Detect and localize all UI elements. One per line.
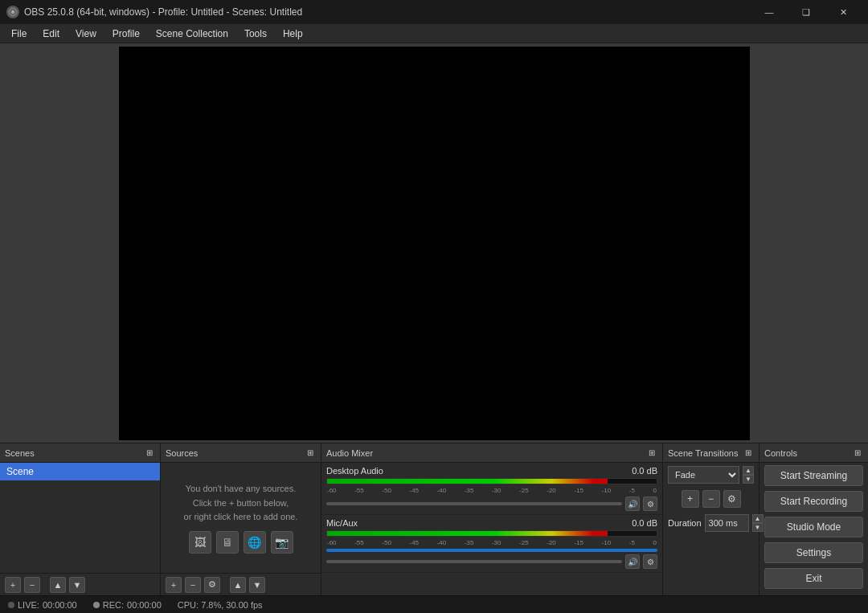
audio-mixer-icon[interactable]: ⊞ — [646, 447, 657, 459]
preview-area — [0, 43, 868, 443]
mic-aux-slider[interactable] — [326, 560, 622, 563]
desktop-audio-meter — [326, 478, 657, 484]
transition-spin-up[interactable]: ▲ — [743, 466, 754, 475]
controls-panel-header: Controls ⊞ — [760, 443, 868, 463]
transitions-add-button[interactable]: + — [682, 490, 699, 508]
mic-aux-meter — [326, 530, 657, 537]
sources-add-button[interactable]: + — [166, 577, 182, 593]
menu-view[interactable]: View — [68, 24, 104, 43]
transition-spin: ▲ ▼ — [743, 466, 754, 484]
duration-label: Duration — [668, 518, 702, 528]
scene-transitions-panel: Scene Transitions ⊞ Fade Cut ▲ ▼ + − ⚙ D… — [663, 443, 760, 595]
source-type-icons: 🖼 🖥 🌐 📷 — [189, 531, 293, 554]
desktop-audio-scale: -60-55-50-45-40-35-30-25-20-15-10-50 — [326, 487, 657, 494]
window-title: OBS 25.0.8 (64-bit, windows) - Profile: … — [24, 6, 751, 18]
controls-panel-icon[interactable]: ⊞ — [852, 447, 863, 459]
scenes-toolbar: + − ▲ ▼ — [0, 573, 160, 595]
mic-aux-settings[interactable]: ⚙ — [643, 554, 657, 569]
menu-tools[interactable]: Tools — [236, 24, 275, 43]
transitions-panel-header: Scene Transitions ⊞ — [663, 443, 759, 463]
menubar: File Edit View Profile Scene Collection … — [0, 24, 868, 43]
sources-panel-icon[interactable]: ⊞ — [305, 447, 316, 459]
transition-select[interactable]: Fade Cut — [668, 466, 739, 484]
menu-file[interactable]: File — [3, 24, 35, 43]
mic-aux-bar — [327, 531, 608, 536]
desktop-audio-bar — [327, 479, 608, 484]
scenes-down-button[interactable]: ▼ — [69, 577, 85, 593]
statusbar: LIVE: 00:00:00 REC: 00:00:00 CPU: 7.8%, … — [0, 595, 868, 613]
scenes-list-spacer — [0, 480, 160, 573]
mic-aux-mute[interactable]: 🔊 — [625, 554, 640, 569]
source-icon-display: 🖥 — [216, 531, 239, 554]
start-recording-button[interactable]: Start Recording — [764, 491, 863, 512]
transitions-add-row: + − ⚙ — [663, 487, 759, 511]
mic-aux-scale: -60-55-50-45-40-35-30-25-20-15-10-50 — [326, 539, 657, 546]
transitions-settings-button[interactable]: ⚙ — [723, 490, 741, 508]
start-streaming-button[interactable]: Start Streaming — [764, 465, 863, 486]
maximize-button[interactable]: ❑ — [788, 0, 825, 24]
menu-profile[interactable]: Profile — [104, 24, 148, 43]
app-icon — [6, 6, 19, 18]
window-controls: — ❑ ✕ — [751, 0, 862, 24]
live-status: LIVE: 00:00:00 — [8, 600, 77, 610]
mic-aux-name: Mic/Aux — [326, 518, 358, 528]
sources-panel: Sources ⊞ You don't have any sources. Cl… — [161, 443, 321, 595]
transitions-panel-label: Scene Transitions — [668, 448, 738, 458]
cpu-status: CPU: 7.8%, 30.00 fps — [178, 600, 263, 610]
mic-aux-db: 0.0 dB — [632, 518, 657, 528]
desktop-audio-slider[interactable] — [326, 502, 622, 505]
rec-time: 00:00:00 — [127, 600, 162, 610]
scene-item[interactable]: Scene — [0, 463, 160, 480]
studio-mode-button[interactable]: Studio Mode — [764, 517, 863, 537]
sources-empty-line3: or right click here to add one. — [184, 510, 298, 525]
live-time: 00:00:00 — [43, 600, 77, 610]
mic-aux-header: Mic/Aux 0.0 dB — [326, 518, 657, 528]
scenes-remove-button[interactable]: − — [24, 577, 40, 593]
desktop-audio-header: Desktop Audio 0.0 dB — [326, 466, 657, 476]
transitions-panel-icon[interactable]: ⊞ — [743, 447, 754, 459]
exit-button[interactable]: Exit — [764, 568, 863, 589]
desktop-audio-name: Desktop Audio — [326, 466, 383, 476]
scenes-panel-icon[interactable]: ⊞ — [144, 447, 155, 459]
transition-spin-down[interactable]: ▼ — [743, 475, 754, 484]
settings-button[interactable]: Settings — [764, 542, 863, 563]
rec-dot — [93, 602, 100, 608]
desktop-audio-track: Desktop Audio 0.0 dB -60-55-50-45-40-35-… — [321, 463, 662, 515]
transitions-remove-button[interactable]: − — [702, 490, 720, 508]
scenes-panel: Scenes ⊞ Scene + − ▲ ▼ — [0, 443, 161, 595]
desktop-audio-mute[interactable]: 🔊 — [625, 497, 640, 511]
sources-empty-message[interactable]: You don't have any sources. Click the + … — [161, 463, 321, 573]
desktop-audio-controls: 🔊 ⚙ — [326, 497, 657, 511]
rec-label: REC: — [103, 600, 124, 610]
menu-help[interactable]: Help — [275, 24, 311, 43]
scenes-add-button[interactable]: + — [5, 577, 21, 593]
bottom-panel: Scenes ⊞ Scene + − ▲ ▼ Sources ⊞ You don… — [0, 443, 868, 595]
duration-input[interactable] — [705, 514, 749, 532]
sources-down-button[interactable]: ▼ — [249, 577, 265, 593]
menu-edit[interactable]: Edit — [35, 24, 68, 43]
svg-point-1 — [11, 10, 14, 14]
live-dot — [8, 602, 14, 608]
mic-aux-level-bar — [326, 549, 657, 552]
titlebar: OBS 25.0.8 (64-bit, windows) - Profile: … — [0, 0, 868, 24]
sources-toolbar: + − ⚙ ▲ ▼ — [161, 573, 321, 595]
controls-panel-label: Controls — [764, 448, 797, 458]
sources-panel-label: Sources — [166, 448, 198, 458]
desktop-audio-settings[interactable]: ⚙ — [643, 497, 657, 511]
cpu-info: CPU: 7.8%, 30.00 fps — [178, 600, 263, 610]
source-icon-browser: 🌐 — [244, 531, 266, 554]
close-button[interactable]: ✕ — [825, 0, 862, 24]
audio-mixer-label: Audio Mixer — [326, 448, 373, 458]
scenes-panel-label: Scenes — [5, 448, 35, 458]
live-label: LIVE: — [18, 600, 39, 610]
scenes-up-button[interactable]: ▲ — [50, 577, 66, 593]
sources-remove-button[interactable]: − — [185, 577, 201, 593]
transition-select-row: Fade Cut ▲ ▼ — [663, 463, 759, 487]
duration-row: Duration ▲ ▼ — [663, 511, 759, 535]
sources-panel-header: Sources ⊞ — [161, 443, 321, 463]
sources-settings-button[interactable]: ⚙ — [204, 577, 220, 593]
menu-scene-collection[interactable]: Scene Collection — [148, 24, 236, 43]
sources-up-button[interactable]: ▲ — [230, 577, 246, 593]
minimize-button[interactable]: — — [751, 0, 788, 24]
scenes-panel-header: Scenes ⊞ — [0, 443, 160, 463]
